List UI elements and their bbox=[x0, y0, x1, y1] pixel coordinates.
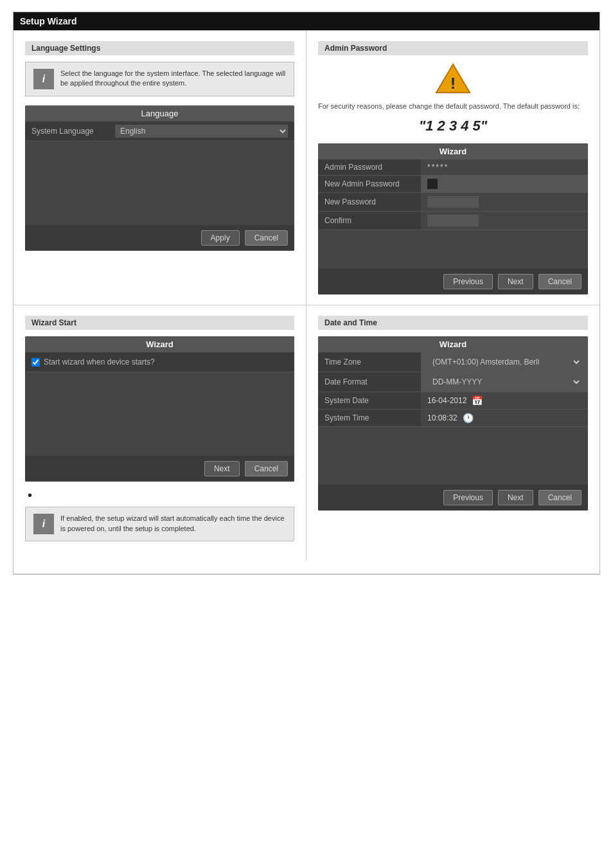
info-text-lang: Select the language for the system inter… bbox=[60, 69, 286, 89]
timezone-value: (OMT+01:00) Amsterdam, Berli bbox=[421, 352, 588, 372]
system-date-row: System Date 16-04-2012 📅 bbox=[318, 392, 588, 410]
pwd-wizard-spacer bbox=[318, 230, 588, 269]
wizard-start-checkbox[interactable] bbox=[31, 358, 40, 366]
top-right-col: Admin Password ! For security reasons, p… bbox=[306, 31, 600, 305]
top-left-col: Language Settings i Select the language … bbox=[13, 31, 306, 305]
language-panel: Language System Language English German … bbox=[25, 105, 294, 251]
pwd-wizard-footer: Previous Next Cancel bbox=[318, 269, 588, 294]
wizard-row-confirm: Confirm bbox=[318, 212, 588, 230]
lang-section-header: Language Settings bbox=[25, 41, 294, 55]
calendar-icon[interactable]: 📅 bbox=[472, 395, 483, 406]
lang-cancel-button[interactable]: Cancel bbox=[245, 230, 288, 246]
datetime-cancel-button[interactable]: Cancel bbox=[538, 490, 582, 505]
date-format-label: Date Format bbox=[318, 374, 421, 390]
wizard-check-row: Start wizard when device starts? bbox=[25, 352, 294, 372]
info-text-wizard: If enabled, the setup wizard will start … bbox=[60, 514, 286, 534]
bottom-left-note: • i If enabled, the setup wizard will st… bbox=[25, 488, 294, 541]
info-icon-wizard: i bbox=[33, 514, 54, 534]
new-admin-pwd-value bbox=[421, 176, 588, 192]
warning-text: For security reasons, please change the … bbox=[318, 102, 588, 111]
pwd-section-header: Admin Password bbox=[318, 41, 588, 55]
pwd-wizard-title: Wizard bbox=[318, 143, 588, 159]
new-pwd-input[interactable] bbox=[427, 196, 479, 208]
svg-text:!: ! bbox=[450, 75, 456, 92]
datetime-next-button[interactable]: Next bbox=[498, 490, 533, 505]
wizard-start-cancel-button[interactable]: Cancel bbox=[245, 461, 288, 476]
system-date-value: 16-04-2012 📅 bbox=[421, 392, 588, 409]
timezone-select[interactable]: (OMT+01:00) Amsterdam, Berli bbox=[427, 356, 582, 368]
pwd-next-button[interactable]: Next bbox=[498, 274, 533, 289]
timezone-label: Time Zone bbox=[318, 354, 421, 370]
wizard-start-header: Wizard Start bbox=[25, 316, 294, 330]
wizard-start-footer: Next Cancel bbox=[25, 456, 294, 482]
top-bar-title: Setup Wizard bbox=[20, 16, 77, 26]
pwd-previous-button[interactable]: Previous bbox=[443, 274, 493, 289]
default-password: "1 2 3 4 5" bbox=[318, 118, 588, 134]
datetime-previous-button[interactable]: Previous bbox=[443, 490, 493, 505]
pwd-cancel-button[interactable]: Cancel bbox=[538, 274, 582, 289]
confirm-value bbox=[421, 212, 588, 230]
new-admin-pwd-input[interactable] bbox=[427, 179, 438, 189]
confirm-label: Confirm bbox=[318, 213, 421, 228]
confirm-input[interactable] bbox=[427, 215, 479, 226]
datetime-wizard-panel: Wizard Time Zone (OMT+01:00) Amsterdam, … bbox=[318, 336, 588, 511]
bottom-left-col: Wizard Start Wizard Start wizard when de… bbox=[13, 305, 306, 561]
datetime-wizard-spacer bbox=[318, 427, 588, 485]
timezone-row: Time Zone (OMT+01:00) Amsterdam, Berli bbox=[318, 352, 588, 372]
datetime-wizard-footer: Previous Next Cancel bbox=[318, 485, 588, 511]
top-section: Language Settings i Select the language … bbox=[13, 31, 600, 305]
system-date-label: System Date bbox=[318, 393, 421, 408]
warning-triangle-svg: ! bbox=[434, 62, 472, 95]
lang-footer: Apply Cancel bbox=[25, 225, 294, 251]
warning-icon: ! bbox=[318, 62, 588, 95]
system-language-select[interactable]: English German French Spanish Dutch bbox=[115, 125, 288, 138]
clock-icon[interactable]: 🕐 bbox=[463, 413, 474, 423]
password-wizard-panel: Wizard Admin Password ***** New Admin Pa… bbox=[318, 143, 588, 294]
datetime-section-header: Date and Time bbox=[318, 316, 588, 330]
apply-button[interactable]: Apply bbox=[201, 230, 240, 246]
wizard-start-title: Wizard bbox=[25, 336, 294, 352]
new-admin-pwd-label: New Admin Password bbox=[318, 176, 421, 192]
date-format-value: DD-MM-YYYY MM-DD-YYYY YYYY-MM-DD bbox=[421, 372, 588, 392]
admin-pwd-label: Admin Password bbox=[318, 159, 421, 175]
wizard-start-label[interactable]: Start wizard when device starts? bbox=[31, 357, 288, 366]
date-format-select[interactable]: DD-MM-YYYY MM-DD-YYYY YYYY-MM-DD bbox=[427, 375, 582, 388]
new-pwd-value bbox=[421, 193, 588, 211]
wizard-row-new-pwd: New Password bbox=[318, 193, 588, 212]
info-box-wizard: i If enabled, the setup wizard will star… bbox=[25, 507, 294, 541]
lang-row: System Language English German French Sp… bbox=[25, 122, 294, 141]
bottom-section: Wizard Start Wizard Start wizard when de… bbox=[13, 305, 600, 561]
wizard-start-panel: Wizard Start wizard when device starts? … bbox=[25, 336, 294, 482]
system-time-value: 10:08:32 🕐 bbox=[421, 410, 588, 426]
system-time-label: System Time bbox=[318, 410, 421, 426]
wizard-start-body bbox=[25, 372, 294, 456]
new-pwd-label: New Password bbox=[318, 194, 421, 210]
bottom-right-col: Date and Time Wizard Time Zone (OMT+01:0… bbox=[306, 305, 600, 561]
bullet-point: • bbox=[28, 488, 32, 502]
lang-body bbox=[25, 141, 294, 225]
date-format-row: Date Format DD-MM-YYYY MM-DD-YYYY YYYY-M… bbox=[318, 372, 588, 392]
lang-panel-title: Language bbox=[25, 105, 294, 122]
info-box-lang: i Select the language for the system int… bbox=[25, 62, 294, 96]
wizard-start-next-button[interactable]: Next bbox=[204, 461, 240, 476]
lang-label: System Language bbox=[31, 127, 115, 136]
wizard-row-admin-pwd: Admin Password ***** bbox=[318, 159, 588, 176]
page-container: Setup Wizard Language Settings i Select … bbox=[13, 12, 600, 575]
datetime-wizard-title: Wizard bbox=[318, 336, 588, 352]
top-bar: Setup Wizard bbox=[13, 12, 600, 30]
info-icon: i bbox=[33, 69, 54, 89]
system-time-row: System Time 10:08:32 🕐 bbox=[318, 410, 588, 427]
admin-pwd-value: ***** bbox=[421, 159, 588, 175]
wizard-row-new-admin-pwd: New Admin Password bbox=[318, 176, 588, 193]
